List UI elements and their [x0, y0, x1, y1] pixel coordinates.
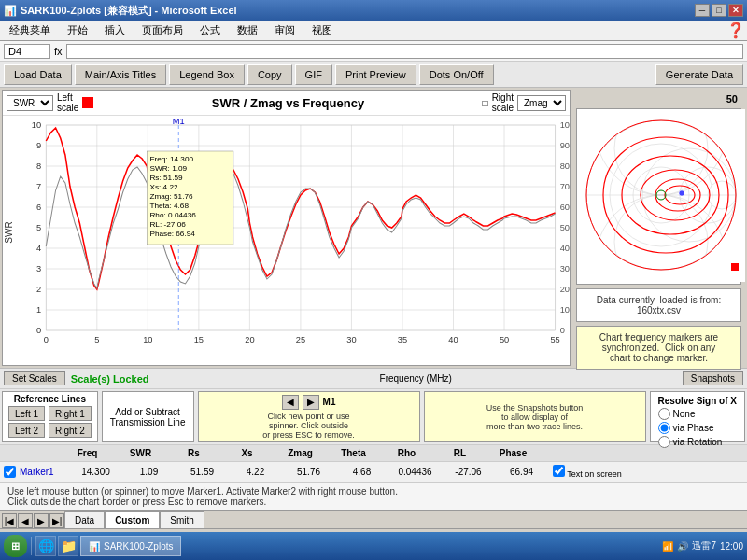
- sheet-nav-prev[interactable]: ◀: [18, 513, 33, 528]
- taskbar-icon-folder[interactable]: 📁: [58, 536, 78, 556]
- chart-title: SWR / Zmag vs Frequency: [97, 96, 478, 110]
- menu-formula[interactable]: 公式: [192, 21, 228, 39]
- main-chart-svg[interactable]: 0 1 2 3 4 5 6 7 8 9 10 0 10 20 30: [3, 116, 570, 349]
- transmission-line-button[interactable]: Add or SubtractTransmission Line: [102, 391, 194, 442]
- main-chart[interactable]: SWR Leftscale SWR / Zmag vs Frequency □ …: [2, 90, 571, 366]
- svg-text:Rho:  0.04436: Rho: 0.04436: [149, 211, 196, 219]
- marker-prev-button[interactable]: ◀: [282, 395, 299, 410]
- menu-bar: 经典菜单 开始 插入 页面布局 公式 数据 审阅 视图 ❓: [0, 21, 747, 41]
- marker-next-button[interactable]: ▶: [303, 395, 319, 410]
- ref-row-2: Left 2 Right 2: [8, 423, 92, 438]
- svg-text:20: 20: [245, 335, 254, 344]
- sheet-tab-smith[interactable]: Smith: [160, 511, 204, 528]
- snapshots-note-text: Use the Snapshots button to allow displa…: [429, 403, 641, 431]
- svg-text:30: 30: [346, 335, 356, 344]
- marker-data-row: Marker1 14.300 1.09 51.59 4.22 51.76 4.6…: [0, 461, 747, 482]
- print-preview-button[interactable]: Print Preview: [335, 64, 416, 85]
- svg-text:35: 35: [398, 335, 407, 344]
- main-axis-titles-button[interactable]: Main/Axis Titles: [75, 64, 166, 85]
- taskbar-excel-window[interactable]: 📊 SARK100-Zplots: [80, 536, 181, 556]
- smith-chart[interactable]: [576, 108, 741, 285]
- header-rl: RL: [434, 448, 486, 458]
- app-icon: 📊: [4, 5, 17, 17]
- marker-label: M1: [323, 397, 336, 407]
- taskbar-icon-ie[interactable]: 🌐: [35, 536, 56, 556]
- marker-rs: 51.59: [176, 467, 228, 477]
- svg-text:Phase: 66.94: Phase: 66.94: [149, 230, 195, 238]
- title-bar: 📊 SARK100-Zplots [兼容模式] - Microsoft Exce…: [0, 0, 747, 21]
- minimize-button[interactable]: ─: [695, 4, 710, 17]
- left-scale-label: Leftscale: [57, 92, 78, 113]
- left2-button[interactable]: Left 2: [8, 423, 45, 438]
- svg-text:80: 80: [560, 161, 570, 171]
- dots-on-off-button[interactable]: Dots On/Off: [419, 64, 494, 85]
- start-button[interactable]: ⊞: [4, 535, 27, 557]
- svg-text:8: 8: [36, 161, 41, 171]
- sync-info-text: Chart frequency markers are synchronized…: [599, 332, 718, 363]
- close-button[interactable]: ✕: [728, 4, 743, 17]
- svg-text:Rs:      51.59: Rs: 51.59: [149, 174, 183, 182]
- sheet-tabs: |◀ ◀ ▶ ▶| Data Custom Smith: [0, 510, 747, 528]
- svg-point-84: [679, 190, 684, 196]
- svg-text:40: 40: [560, 244, 570, 253]
- menu-insert[interactable]: 插入: [97, 21, 133, 39]
- menu-home[interactable]: 开始: [60, 21, 95, 39]
- marker-rl: -27.06: [443, 467, 494, 477]
- sheet-tab-data[interactable]: Data: [64, 511, 105, 528]
- load-data-button[interactable]: Load Data: [4, 64, 72, 85]
- radio-none-label: None: [673, 409, 696, 419]
- title-bar-controls[interactable]: ─ □ ✕: [695, 4, 743, 17]
- set-scales-button[interactable]: Set Scales: [4, 371, 65, 385]
- taskbar: ⊞ 🌐 📁 📊 SARK100-Zplots 📶 🔊 迅雷7 12:00: [0, 532, 747, 560]
- marker-name: Marker1: [20, 467, 68, 477]
- copy-button[interactable]: Copy: [247, 64, 292, 85]
- freq-label: Frequency (MHz): [155, 373, 677, 384]
- svg-text:50: 50: [560, 223, 570, 232]
- marker-zmag: 51.76: [283, 467, 334, 477]
- formula-icon: fx: [54, 46, 63, 57]
- legend-box-button[interactable]: Legend Box: [169, 64, 245, 85]
- svg-text:20: 20: [560, 285, 570, 294]
- formula-bar: fx: [0, 41, 747, 62]
- menu-page-layout[interactable]: 页面布局: [134, 21, 190, 39]
- menu-data[interactable]: 数据: [230, 21, 265, 39]
- menu-review[interactable]: 审阅: [267, 21, 303, 39]
- trans-line-label: Add or SubtractTransmission Line: [110, 407, 186, 427]
- snapshots-button[interactable]: Snapshots: [683, 371, 743, 385]
- data-info-text: Data currently loaded is from: 160xtx.cs…: [597, 295, 721, 315]
- right2-button[interactable]: Right 2: [49, 423, 92, 438]
- formula-input[interactable]: [66, 44, 743, 59]
- svg-text:5: 5: [36, 223, 41, 232]
- left1-button[interactable]: Left 1: [8, 406, 45, 421]
- ref-row-1: Left 1 Right 1: [8, 406, 92, 421]
- sheet-nav-last[interactable]: ▶|: [49, 513, 64, 528]
- marker-checkbox[interactable]: [4, 466, 16, 478]
- right-scale-select[interactable]: Zmag: [517, 95, 566, 111]
- marker-nav-text: Click new point or use spinner. Click ou…: [203, 412, 416, 440]
- help-icon[interactable]: ❓: [726, 21, 745, 39]
- text-on-screen-checkbox[interactable]: [553, 465, 565, 477]
- maximize-button[interactable]: □: [712, 4, 726, 17]
- svg-text:3: 3: [36, 264, 41, 273]
- svg-text:4: 4: [36, 244, 41, 253]
- svg-text:M1: M1: [173, 117, 185, 126]
- left-scale-select[interactable]: SWR: [7, 95, 53, 111]
- marker-nav-box: ◀ ▶ M1 Click new point or use spinner. C…: [198, 391, 420, 442]
- right1-button[interactable]: Right 1: [49, 406, 92, 421]
- menu-classic[interactable]: 经典菜单: [2, 21, 58, 39]
- svg-text:90: 90: [560, 141, 570, 150]
- gif-button[interactable]: GIF: [295, 64, 332, 85]
- marker-rho: 0.04436: [389, 467, 441, 477]
- sheet-nav-first[interactable]: |◀: [2, 513, 17, 528]
- menu-view[interactable]: 视图: [304, 21, 340, 39]
- sheet-nav-next[interactable]: ▶: [34, 513, 49, 528]
- generate-data-button[interactable]: Generate Data: [655, 64, 743, 85]
- radio-phase[interactable]: [658, 422, 670, 434]
- radio-rotation[interactable]: [658, 436, 670, 448]
- radio-none[interactable]: [658, 408, 670, 420]
- cell-reference[interactable]: [4, 44, 50, 59]
- svg-text:55: 55: [550, 335, 559, 344]
- sheet-tab-custom[interactable]: Custom: [105, 511, 160, 528]
- svg-text:25: 25: [296, 335, 305, 344]
- svg-text:15: 15: [194, 335, 204, 344]
